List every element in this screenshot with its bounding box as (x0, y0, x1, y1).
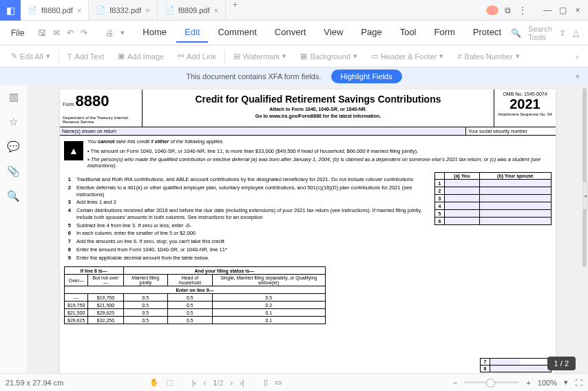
field-1a[interactable] (445, 180, 480, 187)
form-number: 8880 (76, 92, 109, 109)
minimize-icon[interactable]: — (541, 6, 554, 15)
form-year: 2021 (496, 96, 554, 112)
goto-text: Go to www.irs.gov/Form8880 for the lates… (145, 114, 491, 118)
bates-number-tool[interactable]: #Bates Number▾ (450, 52, 526, 61)
mail-icon[interactable]: ✉ (53, 28, 60, 38)
fit-width-icon[interactable]: ▭ (275, 378, 282, 387)
first-page-icon[interactable]: |‹ (192, 379, 197, 387)
search-icon[interactable]: 🔍 (511, 28, 521, 38)
page-indicator: 1 / 2 (547, 357, 576, 370)
close-window-icon[interactable]: × (571, 6, 584, 15)
field-3a[interactable] (445, 195, 480, 202)
undo-icon[interactable]: ↶ (67, 28, 74, 38)
pdf-icon: 📄 (96, 6, 105, 14)
watermark-tool[interactable]: ▤Watermark▾ (227, 52, 293, 61)
edit-all-tool[interactable]: ✎Edit All▾ (4, 52, 57, 61)
pdf-icon: 📄 (165, 6, 174, 14)
menu-page[interactable]: Page (353, 23, 390, 43)
dept-text: Department of the Treasury Internal Reve… (63, 116, 139, 124)
tab-0[interactable]: 📄 f8880.pdf × (21, 0, 89, 20)
tab-label: f8880.pdf (41, 6, 73, 14)
field-7[interactable] (490, 359, 521, 365)
new-tab-button[interactable]: + (226, 0, 244, 20)
chevron-down-icon[interactable]: ▾ (564, 378, 568, 387)
document-canvas[interactable]: Form 8880 Department of the Treasury Int… (28, 85, 588, 373)
close-icon[interactable]: × (214, 6, 218, 14)
field-6b[interactable] (479, 218, 551, 225)
field-2a[interactable] (445, 187, 480, 195)
highlight-fields-button[interactable]: Highlight Fields (331, 70, 402, 83)
line-7: Add the amounts on line 6. If zero, stop… (76, 238, 434, 245)
redo-icon[interactable]: ↷ (81, 28, 87, 38)
next-page-icon[interactable]: › (231, 379, 233, 387)
more-icon[interactable]: ⋮ (516, 6, 529, 15)
header-icon: ▭ (371, 52, 378, 61)
bookmark-icon[interactable]: ☆ (9, 116, 18, 128)
zoom-level[interactable]: 100% (538, 379, 557, 387)
header-footer-tool[interactable]: ▭Header & Footer▾ (364, 52, 450, 61)
cloud-icon[interactable]: △ (573, 28, 579, 38)
add-image-tool[interactable]: ▣Add Image (111, 52, 171, 61)
form-title: Credit for Qualified Retirement Savings … (145, 94, 491, 105)
comment-icon[interactable]: 💬 (7, 140, 20, 153)
zoom-slider[interactable] (464, 381, 519, 383)
zoom-out-icon[interactable]: − (453, 379, 457, 387)
line-6: In each column, enter the smaller of lin… (76, 230, 434, 237)
line-5: Subtract line 4 from line 3. If zero or … (76, 222, 434, 229)
search-tools-input[interactable]: Search Tools (528, 25, 552, 41)
zoom-in-icon[interactable]: + (526, 379, 530, 387)
last-page-icon[interactable]: ›| (240, 379, 244, 387)
attachment-icon[interactable]: 📎 (7, 165, 20, 178)
field-5a[interactable] (445, 210, 480, 218)
ai-icon[interactable] (486, 6, 498, 15)
add-text-tool[interactable]: TAdd Text (61, 52, 111, 61)
ssn-field[interactable]: Your social security number (466, 127, 556, 135)
field-2b[interactable] (479, 187, 551, 195)
hand-tool-icon[interactable]: ✋ (149, 378, 159, 387)
menu-comment[interactable]: Comment (209, 23, 264, 43)
background-tool[interactable]: ▦Background▾ (293, 52, 364, 61)
field-6a[interactable] (445, 218, 480, 225)
menu-edit[interactable]: Edit (176, 23, 208, 43)
print-icon[interactable]: 🖨 (105, 28, 114, 38)
field-8[interactable] (490, 366, 551, 372)
share-icon[interactable]: ⇪ (559, 28, 566, 38)
line-8: Enter the amount from Form 1040, 1040-SR… (76, 246, 434, 253)
fullscreen-icon[interactable]: ⛶ (575, 379, 582, 387)
menu-convert[interactable]: Convert (266, 23, 315, 43)
field-3b[interactable] (479, 195, 551, 202)
close-icon[interactable]: × (145, 6, 149, 14)
thumbnails-icon[interactable]: ▥ (9, 91, 19, 103)
page-number-input[interactable]: 1/2 (213, 379, 223, 387)
tab-1[interactable]: 📄 f8332.pdf × (89, 0, 157, 20)
omb-text: OMB No. 1545-0074 (496, 92, 554, 96)
field-4a[interactable] (445, 202, 480, 210)
chevron-down-icon: ▾ (516, 52, 520, 61)
names-field[interactable]: Name(s) shown on return (60, 127, 466, 135)
line-1: Traditional and Roth IRA contributions, … (76, 176, 434, 183)
select-tool-icon[interactable]: ⬚ (166, 378, 173, 387)
menu-home[interactable]: Home (134, 23, 175, 43)
menu-form[interactable]: Form (426, 23, 463, 43)
field-1b[interactable] (479, 180, 551, 187)
menu-view[interactable]: View (315, 23, 351, 43)
pip-icon[interactable]: ⧉ (501, 6, 514, 15)
field-4b[interactable] (479, 202, 551, 210)
expand-right-handle[interactable]: ◂ (582, 182, 588, 209)
save-icon[interactable]: 🖫 (38, 28, 46, 38)
menu-protect[interactable]: Protect (465, 23, 510, 43)
fit-page-icon[interactable]: ▯ (264, 378, 268, 387)
vertical-scrollbar[interactable] (582, 88, 587, 267)
file-menu[interactable]: File (4, 25, 31, 41)
maximize-icon[interactable]: ▢ (556, 6, 569, 15)
search-panel-icon[interactable]: 🔍 (7, 190, 20, 202)
field-5b[interactable] (479, 210, 551, 218)
close-icon[interactable]: × (77, 6, 81, 14)
menu-tool[interactable]: Tool (392, 23, 425, 43)
close-icon[interactable]: × (576, 72, 580, 81)
chevron-down-icon[interactable]: ▾ (120, 28, 125, 38)
tab-2[interactable]: 📄 f8809.pdf × (158, 0, 226, 20)
add-link-tool[interactable]: ⚯Add Link (171, 52, 223, 61)
prev-page-icon[interactable]: ‹ (204, 379, 207, 387)
overflow-right-icon[interactable]: › (570, 52, 584, 61)
